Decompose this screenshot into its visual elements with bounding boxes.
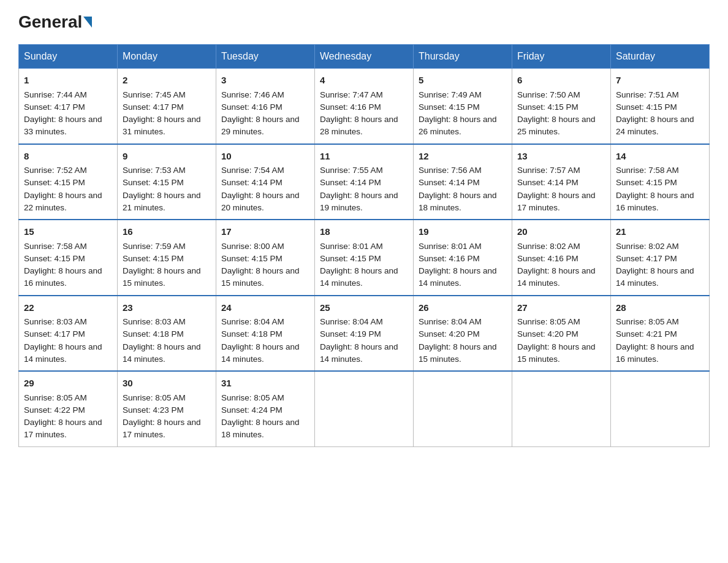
calendar-day-cell: 2Sunrise: 7:45 AMSunset: 4:17 PMDaylight… — [118, 69, 216, 144]
calendar-day-cell: 15Sunrise: 7:58 AMSunset: 4:15 PMDayligh… — [19, 220, 118, 296]
calendar-day-cell: 14Sunrise: 7:58 AMSunset: 4:15 PMDayligh… — [611, 144, 710, 220]
day-number: 2 — [123, 74, 211, 88]
header-thursday: Thursday — [414, 45, 512, 69]
day-number: 30 — [123, 377, 211, 391]
day-number: 31 — [221, 377, 309, 391]
day-number: 1 — [24, 74, 112, 88]
header-tuesday: Tuesday — [216, 45, 315, 69]
calendar-day-cell: 25Sunrise: 8:04 AMSunset: 4:19 PMDayligh… — [315, 296, 414, 372]
day-number: 13 — [517, 150, 605, 164]
calendar-week-row: 15Sunrise: 7:58 AMSunset: 4:15 PMDayligh… — [19, 220, 710, 296]
calendar-week-row: 29Sunrise: 8:05 AMSunset: 4:22 PMDayligh… — [19, 371, 710, 446]
calendar-day-cell: 10Sunrise: 7:54 AMSunset: 4:14 PMDayligh… — [216, 144, 315, 220]
calendar-day-cell: 5Sunrise: 7:49 AMSunset: 4:15 PMDaylight… — [414, 69, 512, 144]
day-number: 23 — [123, 301, 211, 315]
calendar-day-cell — [414, 371, 512, 446]
calendar-day-cell: 30Sunrise: 8:05 AMSunset: 4:23 PMDayligh… — [118, 371, 216, 446]
header-wednesday: Wednesday — [315, 45, 414, 69]
day-number: 11 — [320, 150, 408, 164]
calendar-day-cell: 24Sunrise: 8:04 AMSunset: 4:18 PMDayligh… — [216, 296, 315, 372]
calendar-day-cell — [512, 371, 611, 446]
day-number: 12 — [419, 150, 507, 164]
calendar-day-cell — [315, 371, 414, 446]
day-number: 18 — [320, 225, 408, 239]
day-number: 26 — [419, 301, 507, 315]
day-number: 17 — [221, 225, 309, 239]
day-number: 10 — [221, 150, 309, 164]
calendar-day-cell: 13Sunrise: 7:57 AMSunset: 4:14 PMDayligh… — [512, 144, 611, 220]
calendar-day-cell: 17Sunrise: 8:00 AMSunset: 4:15 PMDayligh… — [216, 220, 315, 296]
day-number: 25 — [320, 301, 408, 315]
day-number: 22 — [24, 301, 112, 315]
calendar-day-cell: 29Sunrise: 8:05 AMSunset: 4:22 PMDayligh… — [19, 371, 118, 446]
calendar-day-cell: 7Sunrise: 7:51 AMSunset: 4:15 PMDaylight… — [611, 69, 710, 144]
calendar-day-cell: 12Sunrise: 7:56 AMSunset: 4:14 PMDayligh… — [414, 144, 512, 220]
day-number: 4 — [320, 74, 408, 88]
weekday-header-row: Sunday Monday Tuesday Wednesday Thursday… — [19, 45, 710, 69]
calendar-day-cell: 26Sunrise: 8:04 AMSunset: 4:20 PMDayligh… — [414, 296, 512, 372]
logo-triangle-icon — [83, 17, 92, 28]
calendar-week-row: 8Sunrise: 7:52 AMSunset: 4:15 PMDaylight… — [19, 144, 710, 220]
header-saturday: Saturday — [611, 45, 710, 69]
calendar-day-cell: 3Sunrise: 7:46 AMSunset: 4:16 PMDaylight… — [216, 69, 315, 144]
header-friday: Friday — [512, 45, 611, 69]
day-number: 16 — [123, 225, 211, 239]
day-number: 14 — [616, 150, 704, 164]
calendar-day-cell: 4Sunrise: 7:47 AMSunset: 4:16 PMDaylight… — [315, 69, 414, 144]
calendar-day-cell: 31Sunrise: 8:05 AMSunset: 4:24 PMDayligh… — [216, 371, 315, 446]
calendar-day-cell: 9Sunrise: 7:53 AMSunset: 4:15 PMDaylight… — [118, 144, 216, 220]
day-number: 9 — [123, 150, 211, 164]
day-number: 24 — [221, 301, 309, 315]
logo-general-text: General — [18, 12, 82, 32]
calendar-week-row: 22Sunrise: 8:03 AMSunset: 4:17 PMDayligh… — [19, 296, 710, 372]
calendar-day-cell: 19Sunrise: 8:01 AMSunset: 4:16 PMDayligh… — [414, 220, 512, 296]
calendar-day-cell: 16Sunrise: 7:59 AMSunset: 4:15 PMDayligh… — [118, 220, 216, 296]
day-number: 15 — [24, 225, 112, 239]
calendar-day-cell: 11Sunrise: 7:55 AMSunset: 4:14 PMDayligh… — [315, 144, 414, 220]
calendar-day-cell: 28Sunrise: 8:05 AMSunset: 4:21 PMDayligh… — [611, 296, 710, 372]
day-number: 29 — [24, 377, 112, 391]
day-number: 6 — [517, 74, 605, 88]
day-number: 20 — [517, 225, 605, 239]
header-sunday: Sunday — [19, 45, 118, 69]
day-number: 8 — [24, 150, 112, 164]
calendar-day-cell: 8Sunrise: 7:52 AMSunset: 4:15 PMDaylight… — [19, 144, 118, 220]
day-number: 5 — [419, 74, 507, 88]
calendar-day-cell: 1Sunrise: 7:44 AMSunset: 4:17 PMDaylight… — [19, 69, 118, 144]
day-number: 3 — [221, 74, 309, 88]
calendar-day-cell: 23Sunrise: 8:03 AMSunset: 4:18 PMDayligh… — [118, 296, 216, 372]
day-number: 21 — [616, 225, 704, 239]
calendar-day-cell — [611, 371, 710, 446]
calendar-day-cell: 22Sunrise: 8:03 AMSunset: 4:17 PMDayligh… — [19, 296, 118, 372]
page-header: General — [18, 12, 710, 32]
day-number: 27 — [517, 301, 605, 315]
day-number: 7 — [616, 74, 704, 88]
day-number: 28 — [616, 301, 704, 315]
calendar-day-cell: 20Sunrise: 8:02 AMSunset: 4:16 PMDayligh… — [512, 220, 611, 296]
calendar-day-cell: 6Sunrise: 7:50 AMSunset: 4:15 PMDaylight… — [512, 69, 611, 144]
header-monday: Monday — [118, 45, 216, 69]
calendar-day-cell: 21Sunrise: 8:02 AMSunset: 4:17 PMDayligh… — [611, 220, 710, 296]
calendar-day-cell: 27Sunrise: 8:05 AMSunset: 4:20 PMDayligh… — [512, 296, 611, 372]
logo: General — [18, 12, 93, 32]
calendar-week-row: 1Sunrise: 7:44 AMSunset: 4:17 PMDaylight… — [19, 69, 710, 144]
calendar-table: Sunday Monday Tuesday Wednesday Thursday… — [18, 44, 710, 447]
calendar-day-cell: 18Sunrise: 8:01 AMSunset: 4:15 PMDayligh… — [315, 220, 414, 296]
day-number: 19 — [419, 225, 507, 239]
